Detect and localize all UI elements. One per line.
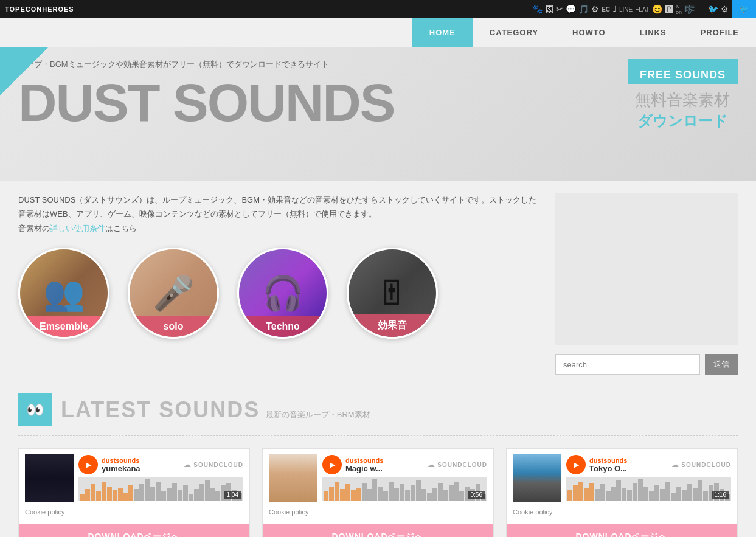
category-techno[interactable]: 🎧 Techno <box>237 248 328 339</box>
nav-howto[interactable]: HOWTO <box>555 18 623 47</box>
icon-6: ⚙ <box>591 4 599 14</box>
free-sounds-dl: ダウンロード <box>628 111 738 131</box>
waveform-bars-1 <box>322 477 487 501</box>
cookie-2: Cookie policy <box>507 505 737 519</box>
icon-16: 🐦 <box>708 4 718 14</box>
nav-profile[interactable]: PROFILE <box>684 18 756 47</box>
duration-1: 0:56 <box>468 491 485 499</box>
twitter-icon: 🐦 <box>740 5 749 13</box>
icon-14: 🎼 <box>684 4 695 14</box>
sc-logo-0: ☁ SOUNDCLOUD <box>184 460 243 469</box>
sc-user-1: dustsounds <box>345 457 383 464</box>
sc-track-0: yumekana <box>102 464 140 473</box>
sc-text-1: dustsounds Magic w... <box>345 457 383 473</box>
download-btn-1[interactable]: DOWNLOADページへ <box>263 524 493 537</box>
desc-text3: はこちら <box>105 224 137 233</box>
nav-links[interactable]: LINKS <box>623 18 684 47</box>
waveform-1: 0:56 <box>322 477 487 501</box>
download-btn-0[interactable]: DOWNLOADページへ <box>19 524 249 537</box>
content-left: DUST SOUNDS（ダストサウンズ）は、ループミュージック、BGM・効果音な… <box>18 193 543 375</box>
category-solo[interactable]: 🎤 solo <box>128 248 219 339</box>
sound-thumb-2 <box>513 454 561 502</box>
icon-8: ♩ <box>612 4 617 14</box>
nav-bar: HOME CATEGORY HOWTO LINKS PROFILE <box>0 18 756 47</box>
twitter-button[interactable]: 🐦 <box>732 0 756 18</box>
nav-category[interactable]: CATEGORY <box>473 18 555 47</box>
free-sounds-badge: FREE SOUNDS 無料音楽素材 ダウンロード <box>628 59 738 131</box>
sc-info-2: dustsounds Tokyo O... ☁ SOUNDCLOUD <box>566 455 731 501</box>
categories: 👥 Emsemble 🎤 solo 🎧 Techno 🎚 効 <box>18 248 543 339</box>
usage-terms-link[interactable]: 詳しい使用条件 <box>50 224 105 233</box>
description: DUST SOUNDS（ダストサウンズ）は、ループミュージック、BGM・効果音な… <box>18 193 543 235</box>
cloud-icon-1: ☁ <box>428 460 435 469</box>
ad-box <box>555 193 738 345</box>
icon-10: FLAT <box>635 6 650 13</box>
sc-text-2: dustsounds Tokyo O... <box>589 457 627 473</box>
sc-brand-1: SOUNDCLOUD <box>437 462 487 468</box>
duration-2: 1:16 <box>712 491 729 499</box>
sound-thumb-0 <box>25 454 74 502</box>
waveform-0: 1:04 <box>78 477 243 501</box>
play-btn-1[interactable] <box>322 455 342 474</box>
sc-brand-2: SOUNDCLOUD <box>681 462 731 468</box>
sc-row-2: dustsounds Tokyo O... ☁ SOUNDCLOUD <box>507 449 737 505</box>
waveform-bars-0 <box>78 477 243 501</box>
sound-cards: dustsounds yumekana ☁ SOUNDCLOUD <box>18 448 738 537</box>
cat-sfx-label: 効果音 <box>349 314 436 337</box>
free-sounds-jp-text: 無料音楽素材 <box>628 89 738 111</box>
free-sounds-label: FREE SOUNDS <box>628 59 738 84</box>
icon-5: 🎵 <box>578 4 589 14</box>
download-btn-2[interactable]: DOWNLOADページへ <box>507 524 737 537</box>
sc-brand-0: SOUNDCLOUD <box>193 462 243 468</box>
cookie-1: Cookie policy <box>263 505 493 519</box>
search-button[interactable]: 送信 <box>705 354 738 375</box>
icon-1: 🐾 <box>532 4 543 14</box>
icon-4: 💬 <box>566 4 576 14</box>
main-content: DUST SOUNDS（ダストサウンズ）は、ループミュージック、BGM・効果音な… <box>0 181 756 387</box>
cloud-icon-0: ☁ <box>184 460 191 469</box>
cat-ensemble-label: Emsemble <box>20 316 108 337</box>
desc-text1: DUST SOUNDS（ダストサウンズ）は、ループミュージック、BGM・効果音な… <box>18 195 536 218</box>
sc-row-0: dustsounds yumekana ☁ SOUNDCLOUD <box>19 449 249 505</box>
sound-card-1: dustsounds Magic w... ☁ SOUNDCLOUD <box>262 448 494 537</box>
category-ensemble[interactable]: 👥 Emsemble <box>18 248 109 339</box>
sc-row-1: dustsounds Magic w... ☁ SOUNDCLOUD <box>263 449 493 505</box>
search-input[interactable] <box>555 354 700 375</box>
sc-user-2: dustsounds <box>589 457 627 464</box>
sc-info-0: dustsounds yumekana ☁ SOUNDCLOUD <box>78 455 243 501</box>
sc-track-1: Magic w... <box>345 464 383 473</box>
nav-home[interactable]: HOME <box>412 18 473 47</box>
hero-section: ループ・BGMミュージックや効果音素材がフリー（無料）でダウンロードできるサイト… <box>0 47 756 181</box>
icon-11: 😊 <box>652 4 662 14</box>
site-logo[interactable]: TOPECONHEROES <box>5 5 74 13</box>
top-icons: 🐾 🖼 ✂ 💬 🎵 ⚙ EC ♩ LINE FLAT 😊 🅿 icon 🎼 — … <box>532 3 751 15</box>
sc-user-0: dustsounds <box>102 457 140 464</box>
icon-12: 🅿 <box>665 4 673 14</box>
cat-solo-label: solo <box>130 316 217 337</box>
icon-3: ✂ <box>556 4 563 14</box>
free-sounds-jp: 無料音楽素材 ダウンロード <box>628 89 738 131</box>
sc-logo-2: ☁ SOUNDCLOUD <box>671 460 731 469</box>
icon-2: 🖼 <box>545 4 553 14</box>
icon-9: LINE <box>619 6 633 13</box>
icon-15: — <box>697 4 706 14</box>
sound-card-2: dustsounds Tokyo O... ☁ SOUNDCLOUD <box>506 448 738 537</box>
latest-header: 👀 LATEST SOUNDS 最新の音楽ループ・BRM素材 <box>18 393 738 436</box>
latest-title-group: LATEST SOUNDS 最新の音楽ループ・BRM素材 <box>61 397 370 423</box>
cat-techno-label: Techno <box>239 316 327 337</box>
sc-logo-1: ☁ SOUNDCLOUD <box>428 460 487 469</box>
sc-track-2: Tokyo O... <box>589 464 627 473</box>
search-box: 送信 <box>555 354 738 375</box>
play-btn-0[interactable] <box>78 455 98 474</box>
category-sfx[interactable]: 🎚 効果音 <box>347 248 438 339</box>
icon-7: EC <box>602 6 610 13</box>
duration-0: 1:04 <box>224 491 241 499</box>
desc-text2: 音素材の <box>18 224 50 233</box>
content-right: 送信 <box>555 193 738 375</box>
latest-subtitle: 最新の音楽ループ・BRM素材 <box>266 410 370 419</box>
waveform-bars-2 <box>566 477 731 501</box>
latest-title: LATEST SOUNDS <box>61 397 260 422</box>
sc-text-0: dustsounds yumekana <box>102 457 140 473</box>
play-btn-2[interactable] <box>566 455 586 474</box>
thumb-city-2 <box>513 454 561 502</box>
